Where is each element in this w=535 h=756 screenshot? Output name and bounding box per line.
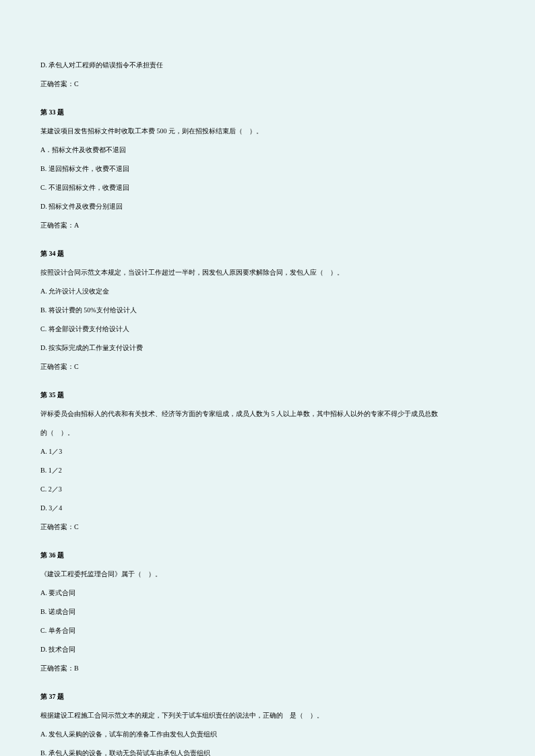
q34-option-d: D. 按实际完成的工作量支付设计费 — [40, 343, 495, 353]
q35-option-c: C. 2／3 — [40, 485, 495, 494]
q35-header: 第 35 题 — [40, 390, 495, 400]
q32-option-d: D. 承包人对工程师的错误指令不承担责任 — [40, 61, 495, 70]
q36-answer: 正确答案：B — [40, 664, 495, 673]
q33-option-b: B. 退回招标文件，收费不退回 — [40, 164, 495, 174]
q37-stem: 根据建设工程施工合同示范文本的规定，下列关于试车组织责任的说法中，正确的 是（ … — [40, 711, 495, 720]
q36-option-d: D. 技术合同 — [40, 645, 495, 654]
q35-stem-line1: 评标委员会由招标人的代表和有关技术、经济等方面的专家组成，成员人数为 5 人以上… — [40, 409, 495, 419]
q33-option-a: A．招标文件及收费都不退回 — [40, 145, 495, 155]
q32-answer: 正确答案：C — [40, 79, 495, 89]
q35-option-a: A. 1／3 — [40, 447, 495, 456]
q34-header: 第 34 题 — [40, 249, 495, 259]
q33-stem: 某建设项目发售招标文件时收取工本费 500 元，则在招投标结束后（ ）。 — [40, 127, 495, 136]
q35-stem-line2: 的（ ）。 — [40, 428, 495, 438]
q34-answer: 正确答案：C — [40, 362, 495, 372]
q36-header: 第 36 题 — [40, 551, 495, 560]
q36-option-b: B. 诺成合同 — [40, 607, 495, 617]
q34-stem: 按照设计合同示范文本规定，当设计工作超过一半时，因发包人原因要求解除合同，发包人… — [40, 268, 495, 277]
q34-option-b: B. 将设计费的 50%支付给设计人 — [40, 306, 495, 315]
q33-answer: 正确答案：A — [40, 221, 495, 230]
q34-option-c: C. 将全部设计费支付给设计人 — [40, 324, 495, 334]
q35-answer: 正确答案：C — [40, 522, 495, 532]
q35-option-b: B. 1／2 — [40, 466, 495, 475]
q37-header: 第 37 题 — [40, 692, 495, 701]
q37-option-a: A. 发包人采购的设备，试车前的准备工作由发包人负责组织 — [40, 730, 495, 739]
q36-option-c: C. 单务合同 — [40, 626, 495, 635]
q36-stem: 《建设工程委托监理合同》属于（ ）。 — [40, 570, 495, 579]
q33-header: 第 33 题 — [40, 108, 495, 117]
q34-option-a: A. 允许设计人没收定金 — [40, 287, 495, 296]
q35-option-d: D. 3／4 — [40, 504, 495, 513]
q33-option-c: C. 不退回招标文件，收费退回 — [40, 183, 495, 193]
q33-option-d: D. 招标文件及收费分别退回 — [40, 202, 495, 211]
q36-option-a: A. 要式合同 — [40, 588, 495, 598]
q37-option-b: B. 承包人采购的设备，联动无负荷试车由承包人负责组织 — [40, 749, 495, 756]
